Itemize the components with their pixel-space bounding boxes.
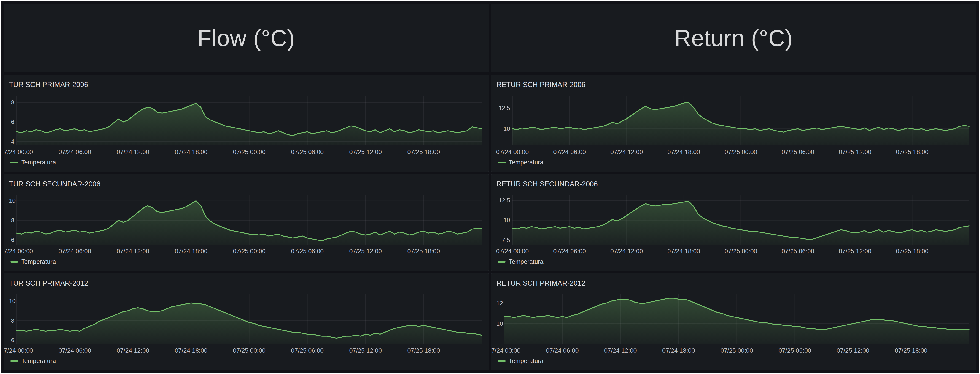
panel-title[interactable]: RETUR SCH PRIMAR-2012 <box>496 279 971 288</box>
x-tick-label: 07/25 00:00 <box>233 347 266 354</box>
x-tick-label: 07/24 00:00 <box>4 248 33 255</box>
x-tick-label: 07/24 00:00 <box>496 149 529 156</box>
x-axis: 07/24 00:0007/24 06:0007/24 12:0007/24 1… <box>9 245 484 257</box>
panel-title[interactable]: TUR SCH PRIMAR-2012 <box>9 279 484 288</box>
panel-retur-sch-primar-2012: RETUR SCH PRIMAR-2012 1012 07/24 00:0007… <box>491 273 976 370</box>
series-color-swatch[interactable] <box>498 162 506 163</box>
legend-label[interactable]: Temperatura <box>21 159 56 166</box>
series-color-swatch[interactable] <box>10 162 18 163</box>
x-tick-label: 07/24 06:00 <box>546 347 579 354</box>
x-tick-label: 07/24 06:00 <box>59 248 91 255</box>
panel-retur-sch-secundar-2006: RETUR SCH SECUNDAR-2006 7.51012.5 07/24 … <box>491 174 976 271</box>
chart-plot-area[interactable]: 6810 <box>9 194 484 245</box>
grafana-dashboard: Flow (°C) Return (°C) TUR SCH PRIMAR-200… <box>2 2 978 372</box>
x-tick-label: 07/24 00:00 <box>4 347 33 354</box>
x-axis: 07/24 00:0007/24 06:0007/24 12:0007/24 1… <box>9 344 484 356</box>
x-tick-label: 07/25 18:00 <box>407 248 440 255</box>
x-tick-label: 07/25 12:00 <box>349 149 382 156</box>
series-color-swatch[interactable] <box>10 261 18 263</box>
chart-plot-area[interactable]: 6810 <box>9 293 484 344</box>
x-tick-label: 07/24 18:00 <box>175 149 207 156</box>
x-tick-label: 07/25 06:00 <box>782 248 815 255</box>
x-tick-label: 07/24 00:00 <box>4 149 33 156</box>
x-tick-label: 07/25 06:00 <box>291 347 324 354</box>
panel-tur-sch-primar-2012: TUR SCH PRIMAR-2012 6810 07/24 00:0007/2… <box>4 273 489 370</box>
return-header-title: Return (°C) <box>675 25 793 51</box>
chart-plot-area[interactable]: 7.51012.5 <box>496 194 971 245</box>
x-tick-label: 07/24 12:00 <box>117 248 150 255</box>
legend-label[interactable]: Temperatura <box>509 358 544 364</box>
panel-title[interactable]: TUR SCH SECUNDAR-2006 <box>9 180 484 189</box>
x-tick-label: 07/24 06:00 <box>553 149 586 156</box>
x-tick-label: 07/25 12:00 <box>838 248 871 255</box>
panel-retur-sch-primar-2006: RETUR SCH PRIMAR-2006 1012.5 07/24 00:00… <box>491 75 976 172</box>
x-tick-label: 07/25 00:00 <box>724 149 757 156</box>
x-tick-label: 07/24 18:00 <box>662 347 695 354</box>
series-color-swatch[interactable] <box>498 261 506 263</box>
x-tick-label: 07/24 06:00 <box>59 347 91 354</box>
x-tick-label: 07/24 12:00 <box>117 149 150 156</box>
x-tick-label: 07/25 06:00 <box>778 347 811 354</box>
x-tick-label: 07/25 12:00 <box>837 347 869 354</box>
legend: Temperatura <box>9 158 484 168</box>
panel-title[interactable]: TUR SCH PRIMAR-2006 <box>9 80 484 89</box>
x-tick-label: 07/24 00:00 <box>491 347 520 354</box>
panel-return-header: Return (°C) <box>491 4 976 72</box>
x-tick-label: 07/24 12:00 <box>610 149 643 156</box>
legend: Temperatura <box>496 356 971 366</box>
x-tick-label: 07/25 12:00 <box>349 347 382 354</box>
legend-label[interactable]: Temperatura <box>509 258 544 265</box>
x-tick-label: 07/25 12:00 <box>838 149 871 156</box>
legend-label[interactable]: Temperatura <box>21 258 56 265</box>
x-tick-label: 07/25 18:00 <box>896 149 929 156</box>
series-color-swatch[interactable] <box>498 360 506 362</box>
x-axis: 07/24 00:0007/24 06:0007/24 12:0007/24 1… <box>496 146 971 158</box>
panel-title[interactable]: RETUR SCH SECUNDAR-2006 <box>496 180 971 189</box>
legend: Temperatura <box>9 257 484 267</box>
x-tick-label: 07/25 00:00 <box>233 248 266 255</box>
series-color-swatch[interactable] <box>10 360 18 362</box>
x-tick-label: 07/25 00:00 <box>721 347 753 354</box>
x-tick-label: 07/25 18:00 <box>407 347 440 354</box>
x-tick-label: 07/24 18:00 <box>175 248 207 255</box>
panel-title[interactable]: RETUR SCH PRIMAR-2006 <box>496 80 971 89</box>
panel-flow-header: Flow (°C) <box>4 4 489 72</box>
x-tick-label: 07/24 18:00 <box>175 347 207 354</box>
x-tick-label: 07/24 18:00 <box>668 149 700 156</box>
x-tick-label: 07/25 06:00 <box>291 248 324 255</box>
legend-label[interactable]: Temperatura <box>509 159 544 166</box>
panel-tur-sch-secundar-2006: TUR SCH SECUNDAR-2006 6810 07/24 00:0007… <box>4 174 489 271</box>
x-tick-label: 07/24 12:00 <box>604 347 637 354</box>
x-tick-label: 07/25 00:00 <box>724 248 757 255</box>
x-axis: 07/24 00:0007/24 06:0007/24 12:0007/24 1… <box>9 146 484 158</box>
legend: Temperatura <box>496 158 971 168</box>
x-tick-label: 07/24 18:00 <box>668 248 700 255</box>
legend-label[interactable]: Temperatura <box>21 358 56 364</box>
chart-plot-area[interactable]: 1012.5 <box>496 94 971 146</box>
x-tick-label: 07/25 18:00 <box>896 248 929 255</box>
x-tick-label: 07/25 18:00 <box>895 347 928 354</box>
legend: Temperatura <box>496 257 971 267</box>
flow-header-title: Flow (°C) <box>197 25 295 51</box>
x-tick-label: 07/25 12:00 <box>349 248 382 255</box>
chart-plot-area[interactable]: 468 <box>9 94 484 146</box>
x-tick-label: 07/24 12:00 <box>117 347 150 354</box>
x-tick-label: 07/25 18:00 <box>407 149 440 156</box>
x-axis: 07/24 00:0007/24 06:0007/24 12:0007/24 1… <box>496 344 971 356</box>
x-tick-label: 07/25 06:00 <box>291 149 324 156</box>
legend: Temperatura <box>9 356 484 366</box>
x-tick-label: 07/24 00:00 <box>496 248 529 255</box>
x-tick-label: 07/25 00:00 <box>233 149 266 156</box>
x-tick-label: 07/24 12:00 <box>610 248 643 255</box>
panel-tur-sch-primar-2006: TUR SCH PRIMAR-2006 468 07/24 00:0007/24… <box>4 75 489 172</box>
chart-plot-area[interactable]: 1012 <box>496 293 971 344</box>
x-tick-label: 07/24 06:00 <box>59 149 91 156</box>
x-tick-label: 07/25 06:00 <box>782 149 815 156</box>
x-axis: 07/24 00:0007/24 06:0007/24 12:0007/24 1… <box>496 245 971 257</box>
x-tick-label: 07/24 06:00 <box>553 248 586 255</box>
